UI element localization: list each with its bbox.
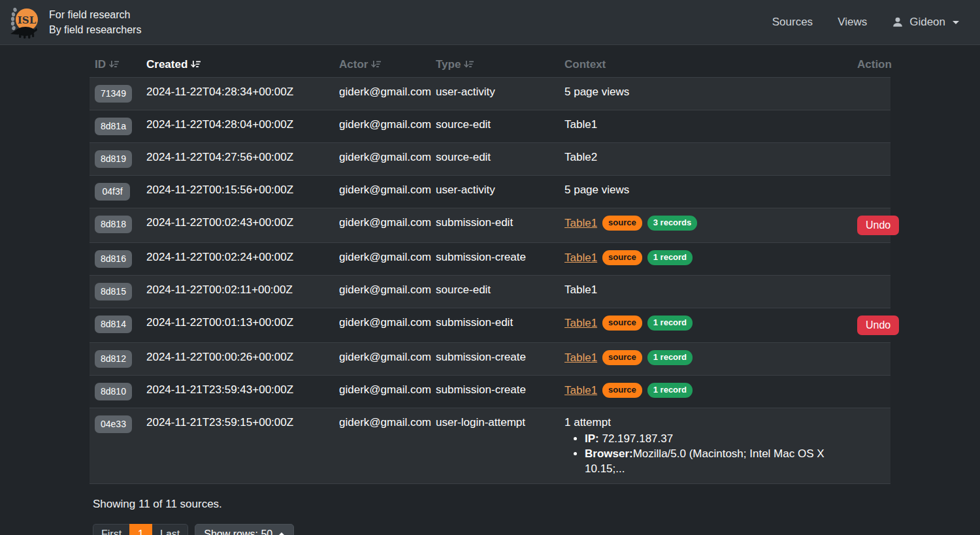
brand-tagline: For field research By field researchers — [49, 7, 141, 37]
row-type: user-activity — [431, 78, 559, 110]
row-id-badge: 8d819 — [95, 150, 132, 168]
row-id-badge: 04e33 — [95, 415, 132, 433]
column-label: Actor — [339, 58, 368, 71]
isl-logo-icon: ISL — [8, 5, 41, 39]
row-context: Table1source1 record — [559, 376, 852, 408]
row-context: 1 attemptIP: 72.197.187.37Browser:Mozill… — [559, 408, 852, 484]
row-type: submission-create — [431, 243, 559, 276]
row-id-badge: 8d814 — [95, 316, 132, 333]
undo-button[interactable]: Undo — [857, 216, 899, 235]
detail-value: 72.197.187.37 — [599, 432, 673, 445]
row-id-badge: 8d815 — [95, 283, 132, 300]
nav-menu: Sources Views Gideon — [747, 16, 959, 29]
table-row: 8d8182024-11-22T00:02:43+00:00Zgiderk@gm… — [90, 208, 890, 243]
records-badge: 1 record — [647, 350, 693, 365]
row-created: 2024-11-22T00:00:26+00:00Z — [141, 343, 334, 376]
table-row: 04e332024-11-21T23:59:15+00:00Zgiderk@gm… — [90, 408, 890, 484]
row-context: 5 page views — [559, 176, 852, 208]
row-actor: giderk@gmail.com — [334, 408, 431, 484]
row-created: 2024-11-22T04:27:56+00:00Z — [141, 143, 334, 176]
source-badge: source — [602, 250, 642, 265]
user-menu[interactable]: Gideon — [892, 16, 959, 29]
user-name: Gideon — [909, 16, 945, 29]
records-badge: 3 records — [647, 216, 698, 231]
chevron-up-icon — [278, 532, 285, 535]
table-row: 8d8192024-11-22T04:27:56+00:00Zgiderk@gm… — [90, 143, 890, 176]
table-row: 04f3f2024-11-22T00:15:56+00:00Zgiderk@gm… — [90, 176, 890, 208]
row-type: source-edit — [431, 110, 559, 143]
detail-label: IP: — [585, 432, 599, 445]
row-created: 2024-11-21T23:59:15+00:00Z — [141, 408, 334, 484]
person-icon — [892, 16, 904, 28]
table-row: 8d8122024-11-22T00:00:26+00:00Zgiderk@gm… — [90, 343, 890, 376]
row-context: Table1 — [559, 276, 852, 308]
brand-tagline-line2: By field researchers — [49, 22, 141, 37]
table-row: 8d8142024-11-22T00:01:13+00:00Zgiderk@gm… — [90, 308, 890, 343]
row-actor: giderk@gmail.com — [334, 110, 431, 143]
pagination-group: First 1 Last — [93, 524, 188, 535]
row-created: 2024-11-22T00:02:43+00:00Z — [141, 208, 334, 243]
context-source-link[interactable]: Table1 — [564, 384, 597, 397]
column-header-id[interactable]: ID — [90, 56, 141, 78]
source-badge: source — [602, 216, 642, 231]
sort-icon — [371, 59, 381, 69]
row-id-badge: 71349 — [95, 85, 132, 103]
row-type: submission-create — [431, 376, 559, 408]
records-badge: 1 record — [647, 383, 693, 398]
table-body: 713492024-11-22T04:28:34+00:00Zgiderk@gm… — [90, 78, 890, 484]
pagination-page-1-button[interactable]: 1 — [129, 524, 152, 535]
row-actor: giderk@gmail.com — [334, 308, 431, 343]
detail-label: Browser: — [585, 447, 633, 460]
row-action — [852, 78, 890, 110]
pagination-bar: First 1 Last Show rows: 50 — [93, 524, 890, 535]
context-source-link[interactable]: Table1 — [564, 251, 597, 264]
context-text: 5 page views — [564, 86, 629, 98]
navbar: ISL For field research By field research… — [0, 0, 980, 45]
undo-button[interactable]: Undo — [857, 316, 899, 335]
row-type: user-login-attempt — [431, 408, 559, 484]
context-text: 1 attempt — [564, 416, 611, 429]
nav-link-views[interactable]: Views — [838, 16, 867, 29]
source-badge: source — [602, 383, 642, 398]
sort-icon — [109, 59, 119, 69]
context-source-link[interactable]: Table1 — [564, 317, 597, 329]
show-rows-label: Show rows: 50 — [204, 528, 272, 535]
main-content: IDCreatedActorTypeContextAction 71349202… — [90, 45, 890, 535]
column-header-actor[interactable]: Actor — [334, 56, 431, 78]
row-id-badge: 8d81a — [95, 118, 132, 135]
row-created: 2024-11-21T23:59:43+00:00Z — [141, 376, 334, 408]
row-action — [852, 343, 890, 376]
row-action — [852, 408, 890, 484]
column-header-type[interactable]: Type — [431, 56, 559, 78]
show-rows-dropdown[interactable]: Show rows: 50 — [195, 524, 294, 535]
context-source-link[interactable]: Table1 — [564, 217, 597, 229]
row-action — [852, 243, 890, 276]
column-label: Action — [857, 58, 892, 71]
row-actor: giderk@gmail.com — [334, 276, 431, 308]
context-source-link[interactable]: Table1 — [564, 351, 597, 364]
audit-log-table: IDCreatedActorTypeContextAction 71349202… — [90, 56, 890, 484]
table-row: 8d8162024-11-22T00:02:24+00:00Zgiderk@gm… — [90, 243, 890, 276]
row-context: Table1source1 record — [559, 308, 852, 343]
row-context: Table1source1 record — [559, 343, 852, 376]
pagination-last-button[interactable]: Last — [152, 524, 188, 535]
column-header-action: Action — [852, 56, 890, 78]
nav-link-sources[interactable]: Sources — [772, 16, 813, 29]
source-badge: source — [602, 350, 642, 365]
row-context: Table1 — [559, 110, 852, 143]
context-detail-item: IP: 72.197.187.37 — [585, 431, 847, 446]
row-id-badge: 8d816 — [95, 250, 132, 268]
row-actor: giderk@gmail.com — [334, 143, 431, 176]
context-text: 5 page views — [564, 184, 629, 196]
row-type: submission-create — [431, 343, 559, 376]
column-header-created[interactable]: Created — [141, 56, 334, 78]
sort-icon — [464, 59, 474, 69]
chevron-down-icon — [953, 21, 959, 24]
records-badge: 1 record — [647, 250, 693, 265]
row-type: source-edit — [431, 276, 559, 308]
table-header-row: IDCreatedActorTypeContextAction — [90, 56, 890, 78]
row-created: 2024-11-22T04:28:34+00:00Z — [141, 78, 334, 110]
row-context: Table1source1 record — [559, 243, 852, 276]
brand-tagline-line1: For field research — [49, 7, 141, 22]
pagination-first-button[interactable]: First — [93, 524, 129, 535]
